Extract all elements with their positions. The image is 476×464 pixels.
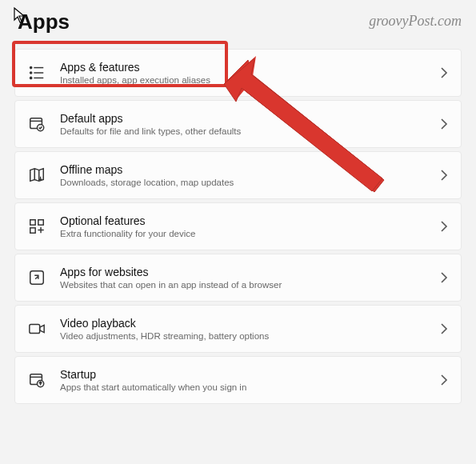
item-text: Default apps Defaults for file and link … [60,112,434,136]
settings-list: Apps & features Installed apps, app exec… [14,49,462,404]
chevron-right-icon [440,118,448,130]
item-text: Apps & features Installed apps, app exec… [60,61,434,85]
item-subtitle: Defaults for file and link types, other … [60,126,434,136]
svg-rect-12 [38,220,43,225]
item-subtitle: Video adjustments, HDR streaming, batter… [60,331,434,341]
chevron-right-icon [440,170,448,181]
svg-rect-11 [30,220,35,225]
item-text: Offline maps Downloads, storage location… [60,163,434,187]
svg-rect-13 [30,228,35,233]
item-apps-features[interactable]: Apps & features Installed apps, app exec… [14,49,462,97]
svg-point-0 [30,66,32,68]
item-title: Optional features [60,214,434,227]
startup-icon [28,371,46,389]
item-startup[interactable]: Startup Apps that start automatically wh… [14,356,462,404]
item-subtitle: Installed apps, app execution aliases [60,75,434,85]
item-video-playback[interactable]: Video playback Video adjustments, HDR st… [14,305,462,353]
chevron-right-icon [440,221,448,232]
item-title: Offline maps [60,163,434,176]
item-text: Video playback Video adjustments, HDR st… [60,317,434,341]
item-subtitle: Apps that start automatically when you s… [60,382,434,392]
chevron-right-icon [440,323,448,334]
svg-point-4 [30,77,32,78]
item-subtitle: Downloads, storage location, map updates [60,178,434,187]
item-apps-websites[interactable]: Apps for websites Websites that can open… [14,254,462,302]
item-offline-maps[interactable]: Offline maps Downloads, storage location… [14,151,462,199]
item-text: Optional features Extra functionality fo… [60,214,434,238]
item-text: Apps for websites Websites that can open… [60,266,434,290]
item-subtitle: Websites that can open in an app instead… [60,280,434,290]
page-header: Apps groovyPost.com [14,10,462,34]
svg-point-2 [30,72,32,74]
optional-features-icon [28,218,46,235]
default-apps-icon [28,115,46,133]
apps-features-icon [28,64,46,82]
item-text: Startup Apps that start automatically wh… [60,368,434,392]
chevron-right-icon [440,67,448,78]
apps-websites-icon [28,269,46,286]
chevron-right-icon [440,374,448,386]
item-subtitle: Extra functionality for your device [60,229,434,238]
page-title: Apps [18,10,70,34]
item-title: Apps for websites [60,266,434,278]
item-default-apps[interactable]: Default apps Defaults for file and link … [14,100,462,148]
svg-rect-15 [30,325,40,334]
item-title: Apps & features [60,61,434,74]
item-optional-features[interactable]: Optional features Extra functionality fo… [14,202,462,250]
item-title: Video playback [60,317,434,330]
offline-maps-icon [28,166,46,184]
watermark: groovyPost.com [369,13,462,30]
item-title: Startup [60,368,434,381]
item-title: Default apps [60,112,434,125]
chevron-right-icon [440,272,448,283]
video-playback-icon [28,320,46,338]
